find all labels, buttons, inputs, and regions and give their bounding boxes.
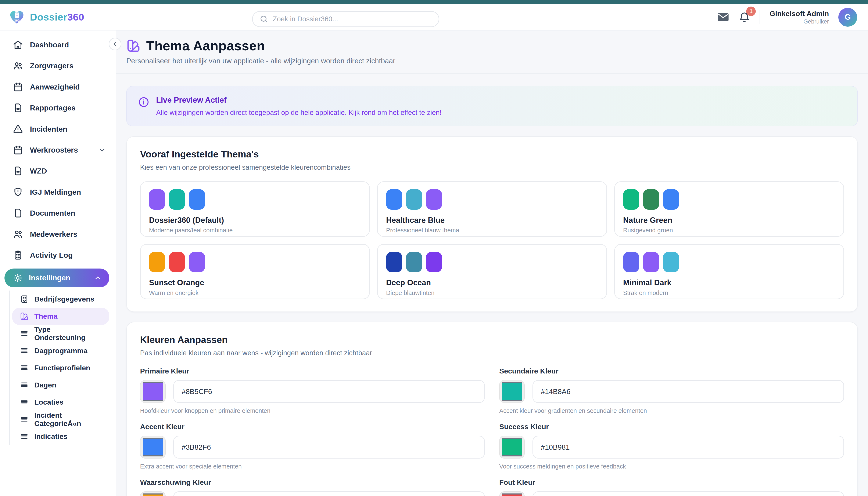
theme-card-sunset-orange[interactable]: Sunset Orange Warm en energiek — [140, 244, 370, 299]
color-field-accent: Accent Kleur Extra accent voor speciale … — [140, 422, 485, 470]
submenu-item-dagprogramma[interactable]: Dagprogramma — [12, 342, 109, 359]
building-icon — [20, 295, 29, 304]
avatar[interactable]: G — [838, 8, 857, 27]
user-info[interactable]: Ginkelsoft Admin Gebruiker — [769, 9, 829, 26]
sidebar-item-incidenten[interactable]: Incidenten — [0, 119, 116, 139]
theme-swatch — [623, 189, 639, 210]
theme-grid: Dossier360 (Default) Moderne paars/teal … — [140, 181, 844, 299]
theme-swatch — [623, 252, 639, 272]
custom-colors-card: Kleuren Aanpassen Pas individuele kleure… — [126, 322, 858, 496]
palette-icon — [20, 312, 29, 321]
global-search[interactable] — [252, 11, 439, 27]
sidebar-item-werkroosters[interactable]: Werkroosters — [0, 139, 116, 160]
live-preview-banner: Live Preview Actief Alle wijzigingen wor… — [126, 86, 858, 126]
presets-title: Vooraf Ingestelde Thema's — [140, 149, 844, 159]
theme-card-nature-green[interactable]: Nature Green Rustgevend groen — [614, 181, 844, 237]
sidebar-item-dashboard[interactable]: Dashboard — [0, 34, 116, 55]
page-subtitle: Personaliseer het uiterlijk van uw appli… — [126, 57, 858, 65]
colors-subtitle: Pas individuele kleuren aan naar wens - … — [140, 349, 844, 357]
color-picker-fout[interactable] — [499, 491, 525, 496]
preset-themes-card: Vooraf Ingestelde Thema's Kies een van o… — [126, 136, 858, 312]
submenu-item-dagen[interactable]: Dagen — [12, 376, 109, 393]
color-picker-accent[interactable] — [140, 436, 165, 458]
color-picker-success[interactable] — [499, 436, 525, 458]
list-icon — [20, 398, 29, 407]
chevron-down-icon — [98, 146, 106, 154]
sidebar-item-wzd[interactable]: WZD — [0, 160, 116, 182]
color-input-success[interactable] — [533, 436, 844, 458]
sidebar-item-medewerkers[interactable]: Medewerkers — [0, 224, 116, 245]
sidebar-item-rapportages[interactable]: Rapportages — [0, 97, 116, 118]
list-icon — [20, 346, 29, 355]
theme-card-deep-ocean[interactable]: Deep Ocean Diepe blauwtinten — [377, 244, 607, 299]
user-role: Gebruiker — [769, 18, 829, 25]
theme-card-dossier360[interactable]: Dossier360 (Default) Moderne paars/teal … — [140, 181, 370, 237]
theme-swatch — [169, 189, 185, 210]
banner-message: Alle wijzigingen worden direct toegepast… — [156, 109, 442, 117]
theme-swatch — [386, 252, 402, 272]
color-input-primaire[interactable] — [173, 380, 485, 403]
sidebar-item-instellingen[interactable]: Instellingen — [4, 268, 109, 288]
sidebar-item-igj-meldingen[interactable]: IGJ Meldingen — [0, 182, 116, 202]
chevron-left-icon — [111, 41, 118, 47]
theme-swatch — [169, 252, 185, 272]
calendar-icon — [13, 145, 23, 155]
submenu-item-thema[interactable]: Thema — [12, 308, 109, 325]
list-icon — [20, 329, 29, 338]
submenu-item-functieprofielen[interactable]: Functieprofielen — [12, 359, 109, 376]
sidebar-item-documenten[interactable]: Documenten — [0, 202, 116, 223]
warning-triangle-icon — [13, 124, 23, 134]
theme-swatch — [386, 189, 402, 210]
sidebar-item-activity-log[interactable]: Activity Log — [0, 245, 116, 266]
color-field-primaire: Primaire Kleur Hoofdkleur voor knoppen e… — [140, 367, 485, 414]
color-picker-waarschuwing[interactable] — [140, 491, 165, 496]
sidebar-collapse-button[interactable] — [109, 38, 121, 50]
color-input-waarschuwing[interactable] — [173, 491, 485, 496]
color-field-success: Success Kleur Voor success meldingen en … — [499, 422, 844, 470]
people-icon — [13, 61, 23, 71]
color-input-secundaire[interactable] — [533, 380, 844, 403]
submenu-item-bedrijfsgegevens[interactable]: Bedrijfsgegevens — [12, 291, 109, 308]
submenu-item-indicaties[interactable]: Indicaties — [12, 428, 109, 445]
settings-submenu: Bedrijfsgegevens Thema Type Ondersteunin… — [9, 291, 116, 445]
color-picker-secundaire[interactable] — [499, 380, 525, 403]
sidebar-item-aanwezigheid[interactable]: Aanwezigheid — [0, 76, 116, 97]
sidebar: Dashboard Zorgvragers Aanwezigheid Rappo… — [0, 30, 116, 496]
gear-icon — [13, 273, 23, 283]
notifications-button[interactable]: 1 — [738, 11, 750, 23]
brand-logo[interactable]: 360 Dossier360 — [0, 9, 116, 26]
submenu-item-incident-categorieen[interactable]: Incident CategorieÃ«n — [12, 411, 109, 428]
calendar-icon — [13, 82, 23, 92]
info-icon — [138, 96, 150, 108]
top-accent-bar — [0, 0, 868, 4]
mail-icon[interactable] — [717, 13, 729, 22]
brand-wordmark: Dossier360 — [30, 11, 84, 23]
color-picker-primaire[interactable] — [140, 380, 165, 403]
heart-logo-icon: 360 — [8, 9, 26, 26]
color-input-fout[interactable] — [533, 491, 844, 496]
color-field-secundaire: Secundaire Kleur Accent kleur voor gradi… — [499, 367, 844, 414]
people-icon — [13, 229, 23, 239]
notification-badge: 1 — [746, 6, 755, 16]
theme-swatch — [406, 252, 422, 272]
shield-alert-icon — [13, 187, 23, 198]
color-input-accent[interactable] — [173, 436, 485, 458]
svg-text:360: 360 — [14, 18, 20, 22]
theme-swatch — [406, 189, 422, 210]
submenu-item-locaties[interactable]: Locaties — [12, 393, 109, 411]
theme-swatch — [149, 189, 165, 210]
page-title: Thema Aanpassen — [146, 38, 265, 53]
theme-swatch — [663, 189, 679, 210]
presets-subtitle: Kies een van onze professioneel samenges… — [140, 164, 844, 171]
theme-card-minimal-dark[interactable]: Minimal Dark Strak en modern — [614, 244, 844, 299]
sidebar-item-zorgvragers[interactable]: Zorgvragers — [0, 56, 116, 76]
search-input[interactable] — [273, 15, 432, 23]
colors-title: Kleuren Aanpassen — [140, 335, 844, 345]
palette-icon — [126, 38, 141, 53]
theme-card-healthcare-blue[interactable]: Healthcare Blue Professioneel blauw them… — [377, 181, 607, 237]
home-icon — [13, 40, 23, 50]
theme-swatch — [189, 252, 205, 272]
submenu-item-type-ondersteuning[interactable]: Type Ondersteuning — [12, 325, 109, 342]
theme-swatch — [189, 189, 205, 210]
list-icon — [20, 381, 29, 389]
